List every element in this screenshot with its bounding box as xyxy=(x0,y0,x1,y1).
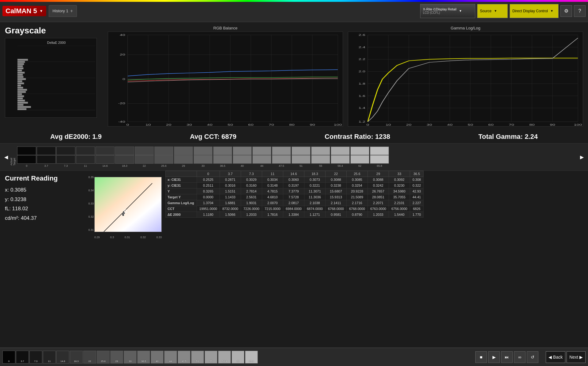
swatch-actual[interactable] xyxy=(370,155,389,164)
play-button[interactable]: ▶ xyxy=(488,351,500,363)
table-cell: 44.41 xyxy=(410,194,424,200)
bottom-swatch[interactable]: 14.6 xyxy=(56,351,69,364)
table-cell: 19951.0000 xyxy=(197,206,220,212)
bottom-swatch[interactable]: 47.5 xyxy=(178,351,190,364)
swatch-actual[interactable] xyxy=(213,155,232,164)
data-table: 03.77.31114.618.32225.6293336.5x: CIE310… xyxy=(165,171,424,218)
swatch-actual[interactable] xyxy=(292,155,311,164)
bottom-swatch-label: 25.6 xyxy=(101,360,106,363)
swatch-target[interactable] xyxy=(37,147,56,155)
swatch-actual[interactable] xyxy=(331,155,350,164)
svg-rect-6 xyxy=(17,106,31,108)
swatch-target[interactable] xyxy=(370,147,389,155)
bottom-swatch[interactable]: 51 xyxy=(191,351,204,364)
stop-button[interactable]: ■ xyxy=(475,351,487,363)
svg-rect-28 xyxy=(17,59,28,61)
swatch-actual[interactable] xyxy=(311,155,330,164)
swatch-actual[interactable] xyxy=(17,155,36,164)
table-cell: 7.5728 xyxy=(283,194,304,200)
swatch-actual[interactable] xyxy=(272,155,291,164)
swatch-actual[interactable] xyxy=(194,155,213,164)
bottom-swatch[interactable]: 0 xyxy=(2,351,15,364)
table-cell: 2.0070 xyxy=(262,200,283,206)
swatch-label: 7.3 xyxy=(64,164,68,167)
gear-icon: ⚙ xyxy=(564,8,568,14)
table-cell: 28.0851 xyxy=(368,194,389,200)
swatch-actual[interactable] xyxy=(96,155,115,164)
bottom-swatch[interactable]: 44 xyxy=(164,351,177,364)
svg-text:20: 20 xyxy=(406,123,412,126)
swatch-actual[interactable] xyxy=(350,155,369,164)
swatch-target[interactable] xyxy=(135,147,154,155)
svg-text:30: 30 xyxy=(187,123,192,126)
source-dropdown[interactable]: Source ▼ xyxy=(477,4,508,18)
skip-button[interactable]: ⏭ xyxy=(501,351,513,363)
bottom-swatch[interactable]: 65.8 xyxy=(245,351,258,364)
next-button[interactable]: Next ▶ xyxy=(567,351,586,363)
bottom-swatch[interactable]: 58.4 xyxy=(218,351,231,364)
ddc-label: Direct Display Control xyxy=(512,9,548,13)
table-scroll[interactable]: 03.77.31114.618.32225.6293336.5x: CIE310… xyxy=(165,171,588,348)
swatch-label: 11 xyxy=(84,164,87,167)
swatch-target[interactable] xyxy=(272,147,291,155)
swatch-target[interactable] xyxy=(350,147,369,155)
swatch-target[interactable] xyxy=(233,147,252,155)
bottom-swatch[interactable]: 3.7 xyxy=(16,351,29,364)
bottom-swatch[interactable]: 40 xyxy=(151,351,164,364)
swatch-target[interactable] xyxy=(292,147,311,155)
logo-text: CalMAN 5 xyxy=(6,7,37,15)
swatch-target[interactable] xyxy=(154,147,173,155)
swatch-actual[interactable] xyxy=(76,155,95,164)
bottom-swatch[interactable]: 11 xyxy=(43,351,56,364)
swatch-actual[interactable] xyxy=(37,155,56,164)
swatch-actual[interactable] xyxy=(154,155,173,164)
swatch-next-button[interactable]: ▶ xyxy=(578,154,586,160)
device-subtitle: LCD (CCFL) xyxy=(423,11,456,14)
swatch-target[interactable] xyxy=(252,147,271,155)
table-cell: 0.3088 xyxy=(368,177,389,183)
swatch-target[interactable] xyxy=(115,147,134,155)
bottom-swatch[interactable]: 22 xyxy=(83,351,96,364)
back-button[interactable]: ◀ Back xyxy=(546,351,565,363)
table-cell: 34.5980 xyxy=(389,189,410,194)
swatch-target[interactable] xyxy=(194,147,213,155)
settings-button[interactable]: ⚙ xyxy=(560,5,572,17)
swatch-target[interactable] xyxy=(56,147,75,155)
bottom-swatch[interactable]: 36.5 xyxy=(137,351,150,364)
bottom-swatch[interactable]: 7.3 xyxy=(29,351,42,364)
device-dropdown[interactable]: X-Rite i1Display Retail LCD (CCFL) ▼ xyxy=(420,4,475,18)
history-tab[interactable]: History 1 + xyxy=(49,5,77,17)
swatch-actual[interactable] xyxy=(233,155,252,164)
swatch-target[interactable] xyxy=(76,147,95,155)
swatch-target[interactable] xyxy=(331,147,350,155)
swatch-actual[interactable] xyxy=(174,155,193,164)
swatch-target[interactable] xyxy=(96,147,115,155)
bottom-swatch[interactable]: 62 xyxy=(232,351,244,364)
table-cell: 6874.0000 xyxy=(304,206,325,212)
swatch-target[interactable] xyxy=(17,147,36,155)
table-cell: 20.9228 xyxy=(346,189,368,194)
table-cell: 21.5089 xyxy=(346,194,368,200)
table-cell: 1.5151 xyxy=(220,189,241,194)
swatch-target[interactable] xyxy=(311,147,330,155)
swatch-actual[interactable] xyxy=(135,155,154,164)
swatch-actual[interactable] xyxy=(115,155,134,164)
bottom-swatch[interactable]: 18.3 xyxy=(70,351,83,364)
bottom-swatch[interactable]: 33 xyxy=(124,351,137,364)
help-button[interactable]: ? xyxy=(574,5,586,17)
refresh-button[interactable]: ↺ xyxy=(527,351,538,363)
swatch-target[interactable] xyxy=(213,147,232,155)
loop-button[interactable]: ∞ xyxy=(514,351,526,363)
swatch-target[interactable] xyxy=(174,147,193,155)
swatch-actual[interactable] xyxy=(252,155,271,164)
bottom-swatch[interactable]: 55 xyxy=(205,351,217,364)
ddc-dropdown[interactable]: Direct Display Control ▼ xyxy=(510,4,559,18)
bottom-swatch[interactable]: 29 xyxy=(110,351,123,364)
svg-text:4: 4 xyxy=(39,112,40,113)
add-tab-button[interactable]: + xyxy=(70,8,73,14)
swatch-prev-button[interactable]: ◀ xyxy=(2,154,10,160)
swatch-group: 18.3 xyxy=(115,147,134,167)
bottom-swatch[interactable]: 25.6 xyxy=(97,351,110,364)
rainbow-bar xyxy=(0,0,588,2)
swatch-actual[interactable] xyxy=(56,155,75,164)
